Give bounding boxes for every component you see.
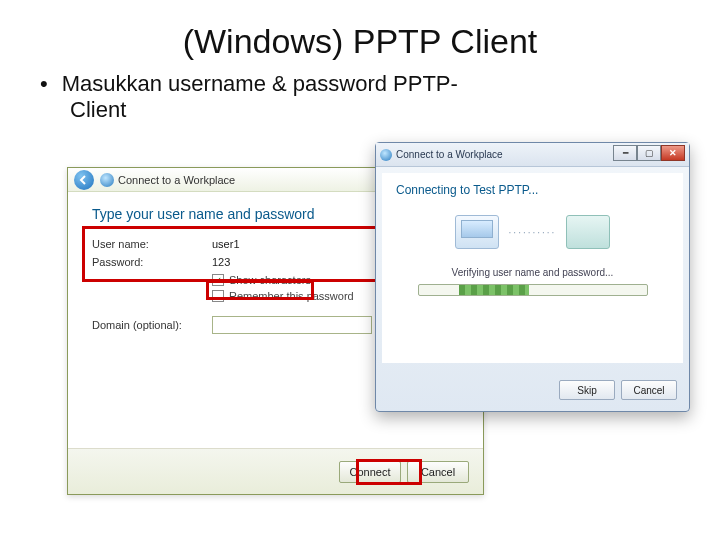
- domain-label: Domain (optional):: [92, 319, 212, 331]
- globe-icon: [380, 149, 392, 161]
- progress-bar: [418, 284, 648, 296]
- connection-dots-icon: ··········: [509, 227, 557, 238]
- window-controls: ━ ▢ ✕: [613, 145, 685, 161]
- wizard-title: Connect to a Workplace: [118, 174, 235, 186]
- slide-title: (Windows) PPTP Client: [0, 22, 720, 61]
- bullet-text: •Masukkan username & password PPTP-: [40, 71, 680, 97]
- skip-button[interactable]: Skip: [559, 380, 615, 400]
- maximize-button[interactable]: ▢: [637, 145, 661, 161]
- password-value[interactable]: 123: [212, 256, 230, 268]
- username-value[interactable]: user1: [212, 238, 240, 250]
- minimize-button[interactable]: ━: [613, 145, 637, 161]
- connect-button[interactable]: Connect: [339, 461, 401, 483]
- globe-icon: [100, 173, 114, 187]
- show-characters-label: Show characters: [229, 274, 311, 286]
- username-label: User name:: [92, 238, 212, 250]
- cancel-button[interactable]: Cancel: [407, 461, 469, 483]
- bullet-line1: Masukkan username & password PPTP-: [62, 71, 458, 96]
- show-characters-checkbox[interactable]: ✓: [212, 274, 224, 286]
- password-label: Password:: [92, 256, 212, 268]
- progress-heading: Connecting to Test PPTP...: [396, 183, 669, 197]
- server-icon: [566, 215, 610, 249]
- progress-titlebar: Connect to a Workplace ━ ▢ ✕: [376, 143, 689, 167]
- progress-title: Connect to a Workplace: [396, 149, 503, 160]
- progress-footer: Skip Cancel: [376, 369, 689, 411]
- progress-body: Connecting to Test PPTP... ·········· Ve…: [382, 173, 683, 363]
- bullet-text-cont: Client: [70, 97, 720, 123]
- close-button[interactable]: ✕: [661, 145, 685, 161]
- domain-input[interactable]: [212, 316, 372, 334]
- back-button[interactable]: [74, 170, 94, 190]
- cancel-button[interactable]: Cancel: [621, 380, 677, 400]
- network-illustration: ··········: [396, 215, 669, 249]
- status-text: Verifying user name and password...: [396, 267, 669, 278]
- remember-password-checkbox[interactable]: [212, 290, 224, 302]
- bullet-dot: •: [40, 71, 48, 96]
- computer-icon: [455, 215, 499, 249]
- progress-dialog-window: Connect to a Workplace ━ ▢ ✕ Connecting …: [375, 142, 690, 412]
- wizard-footer: Connect Cancel: [68, 448, 483, 494]
- remember-password-label: Remember this password: [229, 290, 354, 302]
